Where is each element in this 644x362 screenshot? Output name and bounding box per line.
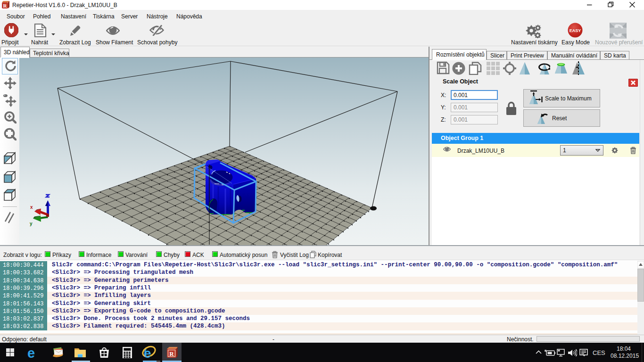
svg-text:x: x (30, 205, 33, 210)
svg-text:R: R (3, 3, 8, 8)
svg-text:y: y (30, 221, 33, 226)
svg-text:e: e (27, 346, 35, 359)
svg-text:EASY: EASY (570, 28, 581, 33)
svg-text:R: R (169, 350, 174, 357)
svg-text:e: e (144, 346, 151, 360)
